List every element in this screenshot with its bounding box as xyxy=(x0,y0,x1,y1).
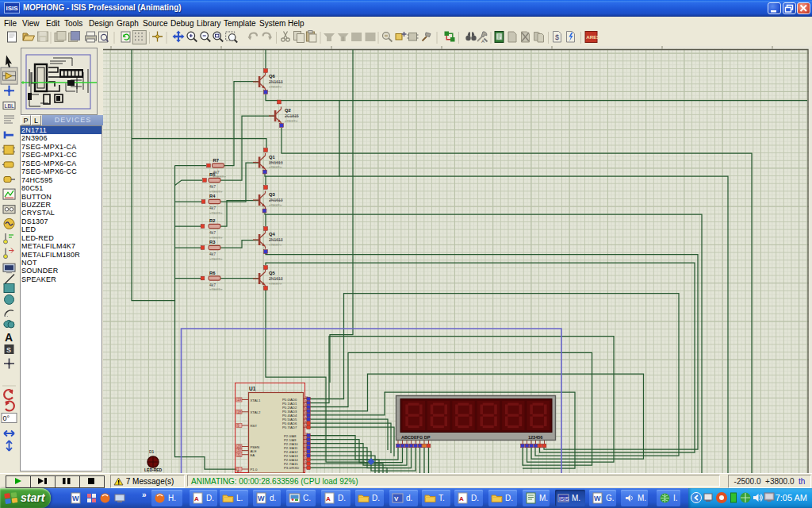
svg-text:A: A xyxy=(5,331,13,344)
svg-text:W: W xyxy=(594,495,601,502)
svg-text:RST: RST xyxy=(251,424,258,428)
svg-text:4k7: 4k7 xyxy=(209,283,216,287)
svg-text:<TEXT>: <TEXT> xyxy=(209,257,223,261)
svg-text:$: $ xyxy=(555,33,559,41)
svg-text:2N1613: 2N1613 xyxy=(269,79,283,84)
svg-text:R2: R2 xyxy=(209,218,215,223)
svg-text:Q2: Q2 xyxy=(285,108,291,113)
svg-text:Q3: Q3 xyxy=(269,192,276,197)
svg-text:0°: 0° xyxy=(3,414,10,422)
svg-text:1: 1 xyxy=(237,468,239,471)
svg-text:P1.0: P1.0 xyxy=(251,468,258,471)
svg-text:Q4: Q4 xyxy=(269,232,276,237)
svg-text:2N1613: 2N1613 xyxy=(269,276,283,281)
svg-text:<TEXT>: <TEXT> xyxy=(285,119,298,123)
svg-text:<TEXT>: <TEXT> xyxy=(269,243,282,247)
svg-text:31: 31 xyxy=(237,453,242,457)
svg-text:19: 19 xyxy=(237,398,242,402)
svg-text:U1: U1 xyxy=(249,386,256,391)
svg-text:R5: R5 xyxy=(209,172,216,177)
svg-text:Q6: Q6 xyxy=(269,74,276,79)
svg-text:XTAL1: XTAL1 xyxy=(251,398,261,402)
svg-text:4k7: 4k7 xyxy=(209,184,216,189)
svg-text:XTAL2: XTAL2 xyxy=(251,410,261,414)
svg-text:18: 18 xyxy=(237,410,242,414)
svg-text:9: 9 xyxy=(237,424,239,428)
svg-text:V: V xyxy=(394,495,399,502)
svg-text:2N1613: 2N1613 xyxy=(269,198,283,202)
svg-text:R4: R4 xyxy=(209,194,216,198)
svg-text:EA: EA xyxy=(251,453,255,457)
svg-text:P3.0/RXD: P3.0/RXD xyxy=(284,466,299,470)
svg-text:R7: R7 xyxy=(213,158,219,163)
svg-text:A: A xyxy=(481,39,485,44)
svg-text:D1: D1 xyxy=(149,449,155,454)
svg-text:A: A xyxy=(194,495,199,502)
svg-text:ISIS: ISIS xyxy=(559,496,569,502)
svg-text:ABCDEFG DP: ABCDEFG DP xyxy=(401,435,431,440)
svg-text:<TEXT>: <TEXT> xyxy=(269,203,282,207)
svg-text:4k7: 4k7 xyxy=(209,206,216,210)
svg-text:LED-RED: LED-RED xyxy=(144,468,163,472)
svg-text:R3: R3 xyxy=(209,240,216,244)
svg-text:ARES: ARES xyxy=(586,34,599,40)
svg-text:W: W xyxy=(258,495,265,502)
svg-text:4k7: 4k7 xyxy=(209,230,216,235)
svg-text:2C1815: 2C1815 xyxy=(285,114,299,118)
svg-text:W: W xyxy=(72,495,79,502)
svg-text:4k7: 4k7 xyxy=(209,252,216,256)
svg-text:<TEXT>: <TEXT> xyxy=(209,236,223,240)
svg-text:Q1: Q1 xyxy=(269,155,276,160)
svg-text:<TEXT>: <TEXT> xyxy=(209,190,223,194)
svg-text:<TEXT>: <TEXT> xyxy=(209,211,223,215)
svg-text:<TEXT>: <TEXT> xyxy=(269,85,282,89)
svg-text:123456: 123456 xyxy=(528,435,542,440)
svg-text:2N1613: 2N1613 xyxy=(269,237,283,242)
svg-text:LBL: LBL xyxy=(5,103,15,109)
svg-text:P0.7/AD7: P0.7/AD7 xyxy=(282,425,297,429)
svg-text:<TEXT>: <TEXT> xyxy=(269,282,282,286)
svg-text:<TEXT>: <TEXT> xyxy=(269,165,282,169)
svg-text:Q5: Q5 xyxy=(269,271,276,275)
svg-text:S: S xyxy=(6,346,11,354)
svg-text:R6: R6 xyxy=(209,271,216,275)
svg-text:<TEXT>: <TEXT> xyxy=(209,287,223,291)
svg-text:A: A xyxy=(459,495,464,502)
svg-text:A: A xyxy=(326,495,331,502)
svg-text:2N1613: 2N1613 xyxy=(269,160,283,165)
